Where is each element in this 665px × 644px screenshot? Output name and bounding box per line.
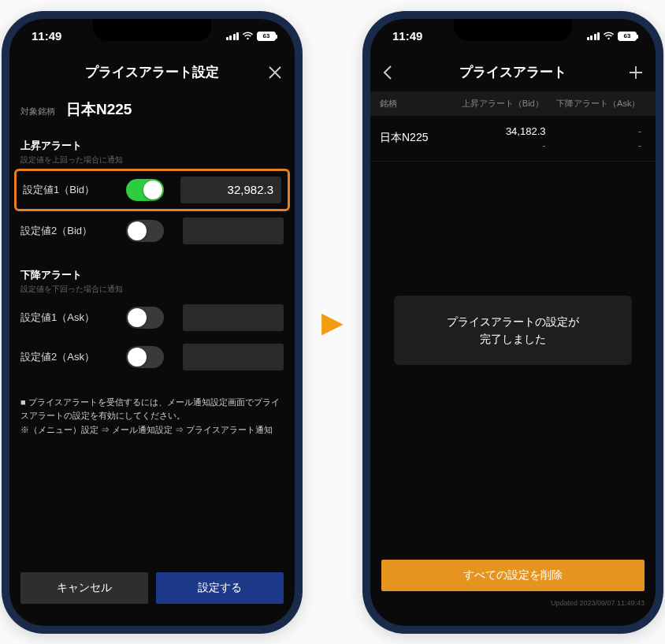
toggle-bid1[interactable]: [126, 179, 164, 201]
updated-text: Updated 2023/09/07 11:49:43: [370, 596, 656, 626]
col-bid: 上昇アラート（Bid）: [455, 98, 551, 110]
delete-all-button[interactable]: すべての設定を削除: [381, 560, 645, 591]
submit-button[interactable]: 設定する: [156, 572, 284, 604]
cancel-button[interactable]: キャンセル: [20, 572, 148, 604]
toggle-ask1[interactable]: [126, 307, 164, 329]
ask1: -: [638, 125, 641, 137]
battery-icon: 63: [618, 32, 637, 41]
note-block: プライスアラートを受信するには、メール通知設定画面でプライスアラートの設定を有効…: [20, 396, 284, 437]
status-indicators: 63: [226, 32, 277, 41]
phone-frame-left: 11:49 63 プライスアラート設定 対象銘柄 日本N225 上昇アラート 設…: [2, 11, 303, 634]
notch: [93, 19, 211, 41]
page-title: プライスアラート設定: [85, 63, 219, 81]
section-down-header: 下降アラート 設定値を下回った場合に通知: [9, 260, 295, 298]
close-icon[interactable]: [255, 54, 295, 91]
wifi-icon: [242, 32, 254, 40]
back-icon[interactable]: [370, 54, 405, 91]
value-input-bid1[interactable]: 32,982.3: [180, 177, 281, 203]
row-label: 設定値2（Bid）: [20, 224, 107, 238]
row-label: 設定値1（Ask）: [20, 311, 107, 325]
section-up-header: 上昇アラート 設定値を上回った場合に通知: [9, 131, 295, 169]
content-right: 銘柄 上昇アラート（Bid） 下降アラート（Ask） 日本N225 34,182…: [370, 91, 656, 626]
header: プライスアラート設定: [9, 54, 295, 91]
table-row[interactable]: 日本N225 34,182.3 - - -: [370, 116, 656, 162]
bid1: 34,182.3: [506, 125, 546, 137]
add-icon[interactable]: [616, 54, 656, 91]
notch: [454, 19, 572, 41]
section-up-title: 上昇アラート: [20, 139, 284, 153]
alert-row-bid2: 設定値2（Bid）: [9, 211, 295, 251]
col-symbol: 銘柄: [380, 98, 455, 110]
toggle-ask2[interactable]: [126, 346, 164, 368]
note-line1: プライスアラートを受信するには、メール通知設定画面でプライスアラートの設定を有効…: [20, 396, 284, 423]
status-indicators: 63: [587, 32, 637, 41]
alert-row-ask2: 設定値2（Ask）: [9, 337, 295, 377]
ask2: -: [638, 140, 641, 151]
signal-icon: [587, 32, 600, 40]
row-label: 設定値2（Ask）: [20, 350, 107, 364]
battery-icon: 63: [257, 32, 276, 41]
phone-frame-right: 11:49 63 プライスアラート 銘柄 上昇アラート（Bid） 下降アラート（…: [362, 11, 663, 634]
table-header: 銘柄 上昇アラート（Bid） 下降アラート（Ask）: [370, 91, 656, 116]
note-line2: ※（メニュー）設定 ⇒ メール通知設定 ⇒ プライスアラート通知: [20, 423, 284, 437]
wifi-icon: [603, 32, 615, 40]
row-label: 設定値1（Bid）: [23, 183, 110, 197]
status-time: 11:49: [32, 29, 61, 43]
value-input-bid2[interactable]: [183, 218, 284, 244]
bid2: -: [542, 140, 545, 151]
toast-text: プライスアラートの設定が 完了しました: [447, 315, 579, 345]
symbol-row: 対象銘柄 日本N225: [9, 91, 295, 131]
screen-right: 11:49 63 プライスアラート 銘柄 上昇アラート（Bid） 下降アラート（…: [370, 19, 656, 626]
row-ask: - -: [551, 125, 647, 151]
section-up-sub: 設定値を上回った場合に通知: [20, 154, 284, 166]
arrow-icon: ▶: [321, 306, 344, 339]
signal-icon: [226, 32, 240, 40]
bottom-bar: キャンセル 設定する: [9, 564, 295, 626]
section-down-title: 下降アラート: [20, 268, 284, 282]
toggle-bid2[interactable]: [126, 220, 164, 242]
status-time: 11:49: [392, 29, 422, 43]
alert-row-ask1: 設定値1（Ask）: [9, 298, 295, 337]
header: プライスアラート: [370, 54, 656, 91]
value-input-ask1[interactable]: [183, 304, 284, 331]
section-down-sub: 設定値を下回った場合に通知: [20, 284, 284, 295]
value-input-ask2[interactable]: [183, 344, 284, 370]
toast: プライスアラートの設定が 完了しました: [394, 296, 632, 366]
screen-left: 11:49 63 プライスアラート設定 対象銘柄 日本N225 上昇アラート 設…: [9, 19, 295, 626]
col-ask: 下降アラート（Ask）: [551, 98, 647, 110]
page-title: プライスアラート: [459, 63, 567, 81]
row-bid: 34,182.3 -: [455, 125, 551, 151]
content-left: 対象銘柄 日本N225 上昇アラート 設定値を上回った場合に通知 設定値1（Bi…: [9, 91, 295, 626]
symbol-name: 日本N225: [66, 99, 132, 120]
row-symbol: 日本N225: [380, 131, 455, 145]
alert-row-bid1: 設定値1（Bid） 32,982.3: [14, 169, 290, 211]
symbol-label: 対象銘柄: [20, 106, 55, 117]
